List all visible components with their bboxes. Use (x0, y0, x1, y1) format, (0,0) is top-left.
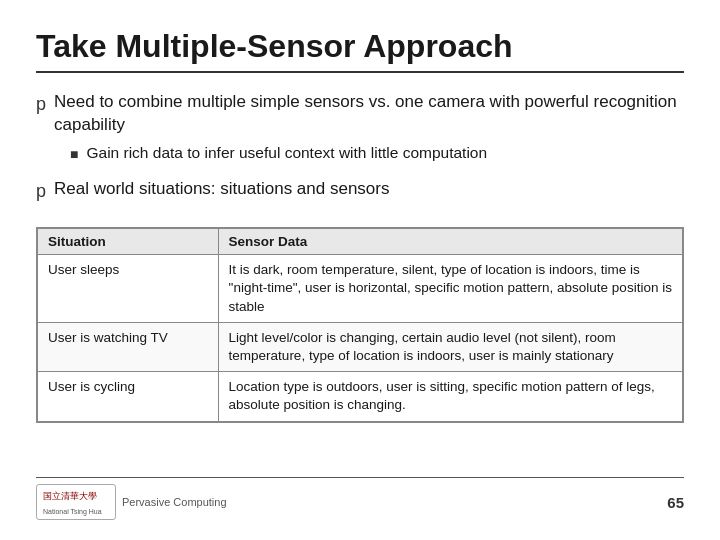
svg-text:National Tsing Hua: National Tsing Hua (43, 508, 102, 516)
sub-bullet-icon-1: ■ (70, 145, 78, 164)
table-row-3: User is cycling Location type is outdoor… (38, 372, 683, 421)
slide-title: Take Multiple-Sensor Approach (36, 28, 684, 73)
table-cell-situation-3: User is cycling (38, 372, 219, 421)
table-cell-sensor-3: Location type is outdoors, user is sitti… (218, 372, 682, 421)
bullet-main-1: p Need to combine multiple simple sensor… (36, 91, 684, 137)
table-row-2: User is watching TV Light level/color is… (38, 322, 683, 371)
page-number: 65 (667, 494, 684, 511)
bullet-section-1: p Need to combine multiple simple sensor… (36, 91, 684, 168)
table-cell-sensor-1: It is dark, room temperature, silent, ty… (218, 255, 682, 323)
university-logo: 国立清華大學 National Tsing Hua (36, 484, 116, 520)
bullet-sub-1-text: Gain rich data to infer useful context w… (86, 143, 487, 164)
table-row-1: User sleeps It is dark, room temperature… (38, 255, 683, 323)
slide-footer: 国立清華大學 National Tsing Hua Pervasive Comp… (36, 477, 684, 520)
table-header-sensor: Sensor Data (218, 229, 682, 255)
footer-logo-area: 国立清華大學 National Tsing Hua Pervasive Comp… (36, 484, 227, 520)
slide: Take Multiple-Sensor Approach p Need to … (0, 0, 720, 540)
bullet-main-2-text: Real world situations: situations and se… (54, 178, 389, 201)
bullet-section-2: p Real world situations: situations and … (36, 178, 684, 209)
bullet-main-2: p Real world situations: situations and … (36, 178, 684, 203)
table-header-situation: Situation (38, 229, 219, 255)
table-cell-sensor-2: Light level/color is changing, certain a… (218, 322, 682, 371)
svg-text:国立清華大學: 国立清華大學 (43, 491, 97, 501)
footer-label: Pervasive Computing (122, 496, 227, 508)
bullet-icon-1: p (36, 92, 46, 116)
bullet-sub-1: ■ Gain rich data to infer useful context… (70, 143, 684, 164)
bullet-icon-2: p (36, 179, 46, 203)
sensor-table-wrapper: Situation Sensor Data User sleeps It is … (36, 227, 684, 423)
sensor-table: Situation Sensor Data User sleeps It is … (37, 228, 683, 422)
table-cell-situation-2: User is watching TV (38, 322, 219, 371)
bullet-main-1-text: Need to combine multiple simple sensors … (54, 91, 684, 137)
table-cell-situation-1: User sleeps (38, 255, 219, 323)
